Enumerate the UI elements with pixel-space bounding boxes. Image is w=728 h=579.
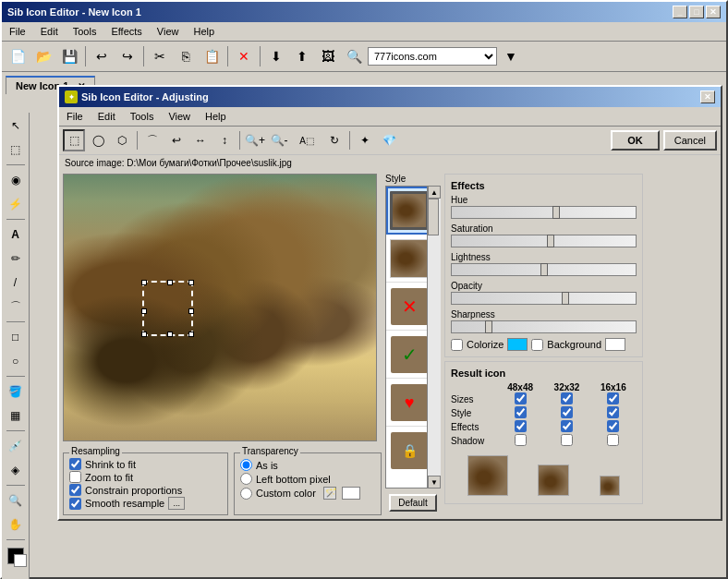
- sizes-32-cb[interactable]: [561, 392, 573, 404]
- more-button[interactable]: ...: [168, 497, 185, 510]
- style-item-4[interactable]: [386, 331, 428, 379]
- new-button[interactable]: 📄: [6, 44, 30, 68]
- tool-lasso[interactable]: ◉: [5, 169, 27, 191]
- default-button[interactable]: Default: [389, 494, 437, 512]
- browse-button[interactable]: 🔍: [342, 44, 366, 68]
- d-tool-poly[interactable]: ⬡: [111, 129, 133, 151]
- menu-tools[interactable]: Tools: [69, 24, 101, 39]
- tool-eyedrop[interactable]: 💉: [5, 435, 27, 457]
- d-tool-zoom-fit[interactable]: A⬚: [292, 129, 322, 151]
- menu-help[interactable]: Help: [189, 24, 218, 39]
- style-16-cb[interactable]: [607, 406, 619, 418]
- shadow-48-cb[interactable]: [515, 434, 527, 446]
- style-32-cb[interactable]: [561, 406, 573, 418]
- dialog-menu-view[interactable]: View: [164, 109, 194, 124]
- style-item-5[interactable]: [386, 379, 428, 427]
- tool-rect[interactable]: □: [5, 326, 27, 348]
- undo-button[interactable]: ↩: [90, 44, 114, 68]
- sizes-16-cb[interactable]: [607, 392, 619, 404]
- dialog-menu-help[interactable]: Help: [201, 109, 230, 124]
- d-tool-select[interactable]: ⬚: [63, 129, 85, 151]
- d-tool-star[interactable]: ✦: [354, 129, 376, 151]
- hue-slider-thumb[interactable]: [552, 206, 560, 219]
- sizes-48-cb[interactable]: [515, 392, 527, 404]
- selection-handles[interactable]: [142, 281, 193, 336]
- d-tool-flip-h[interactable]: ↔: [189, 129, 212, 151]
- scroll-up-button[interactable]: ▲: [428, 186, 441, 199]
- lightness-slider-thumb[interactable]: [540, 263, 548, 276]
- opacity-slider-thumb[interactable]: [562, 292, 569, 305]
- d-tool-refresh[interactable]: ↻: [323, 129, 346, 151]
- export-button[interactable]: ⬆: [290, 44, 314, 68]
- tool-gradient[interactable]: ▦: [5, 404, 27, 427]
- leftbottom-radio[interactable]: [240, 473, 252, 485]
- shrink-checkbox[interactable]: [69, 458, 81, 470]
- tool-line[interactable]: /: [5, 271, 27, 294]
- style-48-cb[interactable]: [515, 406, 527, 418]
- d-tool-zoom-in[interactable]: 🔍+: [244, 129, 266, 151]
- tool-zoom[interactable]: 🔍: [5, 489, 27, 512]
- tool-eraser[interactable]: ◈: [5, 459, 27, 481]
- opacity-slider-track[interactable]: [451, 292, 637, 305]
- style-item-2[interactable]: [386, 235, 428, 283]
- d-tool-gem[interactable]: 💎: [378, 129, 400, 151]
- sharpness-slider-thumb[interactable]: [485, 320, 492, 333]
- smooth-checkbox[interactable]: [69, 498, 81, 510]
- import-button[interactable]: ⬇: [264, 44, 288, 68]
- ok-button[interactable]: OK: [611, 130, 660, 151]
- dialog-close-button[interactable]: ✕: [700, 90, 715, 103]
- dialog-menu-edit[interactable]: Edit: [94, 109, 119, 124]
- open-button[interactable]: 📂: [31, 44, 55, 68]
- shadow-16-cb[interactable]: [607, 434, 619, 446]
- tool-fill[interactable]: 🪣: [5, 380, 27, 403]
- shadow-32-cb[interactable]: [561, 434, 573, 446]
- style-item-1[interactable]: [386, 187, 428, 235]
- d-tool-zoom-out[interactable]: 🔍-: [268, 129, 290, 151]
- hue-slider-track[interactable]: [451, 206, 637, 219]
- tool-pencil[interactable]: ✏: [5, 247, 27, 270]
- effects-32-cb[interactable]: [561, 420, 573, 432]
- zoom-checkbox[interactable]: [69, 471, 81, 483]
- redo-button[interactable]: ↪: [115, 44, 140, 68]
- color-picker-icon[interactable]: 🪄: [323, 487, 336, 500]
- tool-magic[interactable]: ⚡: [5, 193, 27, 215]
- image-canvas[interactable]: [63, 174, 377, 441]
- fg-color[interactable]: [7, 548, 24, 564]
- menu-effects[interactable]: Effects: [107, 24, 145, 39]
- background-checkbox[interactable]: [531, 339, 543, 351]
- d-tool-lasso[interactable]: ◯: [87, 129, 109, 151]
- tool-ellipse[interactable]: ○: [5, 350, 27, 372]
- save-button[interactable]: 💾: [57, 44, 81, 68]
- style-item-6[interactable]: [386, 427, 428, 475]
- colorize-swatch[interactable]: [507, 338, 528, 351]
- d-tool-curve1[interactable]: ⌒: [141, 129, 164, 151]
- effects-16-cb[interactable]: [607, 420, 619, 432]
- menu-edit[interactable]: Edit: [37, 24, 62, 39]
- menu-view[interactable]: View: [153, 24, 183, 39]
- cancel-button[interactable]: Cancel: [663, 130, 717, 151]
- minimize-button[interactable]: _: [673, 6, 687, 18]
- tool-select[interactable]: ⬚: [5, 139, 27, 161]
- url-combo[interactable]: 777icons.com: [368, 47, 497, 66]
- cut-button[interactable]: ✂: [148, 44, 172, 68]
- constrain-checkbox[interactable]: [69, 484, 81, 496]
- scrollbar-thumb[interactable]: [428, 199, 439, 235]
- menu-file[interactable]: File: [6, 24, 30, 39]
- tool-arrow[interactable]: ↖: [5, 115, 27, 137]
- image-button[interactable]: 🖼: [316, 44, 340, 68]
- tool-text[interactable]: A: [5, 223, 27, 246]
- close-button[interactable]: ✕: [706, 6, 721, 18]
- dialog-menu-tools[interactable]: Tools: [127, 109, 158, 124]
- sharpness-slider-track[interactable]: [451, 320, 637, 333]
- custom-color-swatch[interactable]: [342, 487, 360, 500]
- custom-radio[interactable]: [240, 488, 252, 500]
- delete-button[interactable]: ✕: [232, 44, 256, 68]
- scroll-down-button[interactable]: ▼: [428, 476, 441, 489]
- saturation-slider-track[interactable]: [451, 235, 637, 247]
- d-tool-curve2[interactable]: ↩: [165, 129, 188, 151]
- asis-radio[interactable]: [240, 459, 252, 471]
- dialog-menu-file[interactable]: File: [63, 109, 87, 124]
- url-go-button[interactable]: ▼: [499, 44, 523, 68]
- effects-48-cb[interactable]: [515, 420, 527, 432]
- colorize-checkbox[interactable]: [451, 339, 463, 351]
